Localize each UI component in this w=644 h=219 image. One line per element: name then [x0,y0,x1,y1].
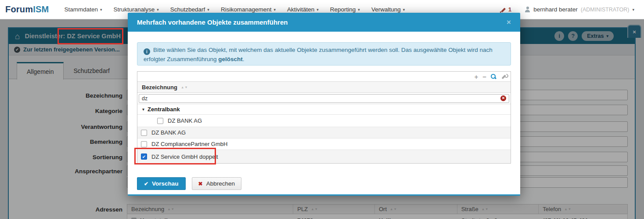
chevron-down-icon: ▾ [157,7,159,12]
checkbox[interactable] [141,141,147,147]
list-filter-row: ✕ [137,93,511,104]
dialog-header: Mehrfach vorhandene Objekte zusammenführ… [128,13,520,32]
person-icon [525,7,530,12]
abbrechen-button[interactable]: ✖ Abbrechen [192,177,241,190]
list-toolbar: + − [137,72,511,81]
list-item[interactable]: DZ BANK AG [137,127,511,139]
remove-icon[interactable]: − [482,73,486,80]
add-icon[interactable]: + [474,73,478,80]
pending-edits-badge[interactable]: 1 [500,6,512,13]
user-role: (ADMINISTRATOR) [581,7,630,13]
chevron-down-icon: ▾ [403,7,405,12]
cancel-x-icon: ✖ [198,181,203,187]
info-message: iBitte wählen Sie das Objekt, mit welche… [137,42,511,66]
collapse-triangle-icon: ▾ [142,107,144,112]
user-menu[interactable]: bernhard berater (ADMINISTRATOR) ▾ [525,6,634,13]
chevron-down-icon: ▾ [207,7,209,12]
chevron-down-icon: ▾ [273,7,276,12]
list-item[interactable]: DZ BANK AG [137,115,511,127]
chevron-down-icon: ▾ [358,7,360,12]
check-icon: ✔ [144,181,148,187]
chevron-down-icon: ▾ [317,7,319,12]
annotation-box-title [58,28,123,44]
annotation-box-selected-row [134,148,216,164]
logo-part-forum: Forum [5,4,33,14]
dialog-title: Mehrfach vorhandene Objekte zusammenführ… [137,18,288,26]
checkbox[interactable] [157,118,163,124]
chevron-down-icon: ▾ [632,7,634,12]
list-column-header[interactable]: Bezeichnung ▲▼ [137,81,511,93]
app-logo[interactable]: ForumISM [5,4,49,15]
checkbox[interactable] [141,130,147,136]
sort-icon: ▲▼ [181,85,188,89]
nav-right-area: 1 bernhard berater (ADMINISTRATOR) ▾ [500,6,634,13]
info-icon: i [144,48,150,55]
close-icon[interactable]: × [507,18,511,26]
search-icon[interactable] [491,74,496,80]
chevron-down-icon: ▾ [100,7,102,12]
group-row-zentralbank[interactable]: ▾ Zentralbank [137,104,511,115]
logo-part-ism: ISM [33,4,49,14]
filter-input[interactable] [139,94,509,103]
user-name: bernhard berater [533,6,578,13]
pencil-icon [500,7,506,13]
pending-edits-count: 1 [508,6,512,13]
merge-objects-dialog: Mehrfach vorhandene Objekte zusammenführ… [128,13,520,196]
clear-filter-icon[interactable]: ✕ [500,95,506,101]
settings-wrench-icon[interactable] [501,74,507,80]
vorschau-button[interactable]: ✔ Vorschau [137,177,186,190]
dialog-footer: ✔ Vorschau ✖ Abbrechen [137,177,241,190]
menu-item-stammdaten[interactable]: Stammdaten▾ [58,0,108,19]
